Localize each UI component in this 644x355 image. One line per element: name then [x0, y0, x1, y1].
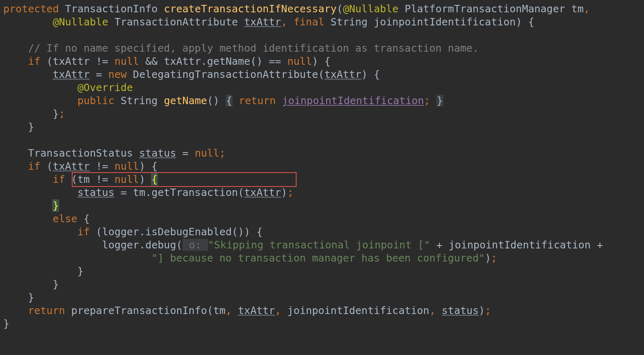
- ident-logger: logger: [102, 226, 139, 238]
- type-string: String: [331, 16, 368, 28]
- ident-joinpoint: joinpointIdentification: [449, 239, 591, 251]
- matched-brace: }: [53, 200, 59, 212]
- folded-brace: {: [226, 95, 233, 107]
- keyword-null: null: [195, 147, 219, 159]
- ident-txattr: txAttr: [244, 187, 281, 198]
- param-hint: o:: [183, 239, 208, 251]
- var-status: status: [139, 147, 176, 159]
- keyword-new: new: [108, 68, 127, 80]
- ident-txattr: txAttr: [164, 55, 201, 67]
- keyword-else: else: [53, 213, 77, 225]
- annotation-nullable: @Nullable: [53, 16, 108, 28]
- type-string: String: [121, 95, 158, 107]
- red-highlight-box: [72, 172, 297, 187]
- keyword-protected: protected: [3, 3, 59, 15]
- method-def-getname: getName: [164, 95, 207, 107]
- param-txattr: txAttr: [244, 16, 281, 28]
- string-literal: "] because no transaction manager has be…: [151, 252, 485, 264]
- ident-joinpoint: joinpointIdentification: [287, 305, 429, 316]
- keyword-public: public: [78, 95, 114, 107]
- keyword-null: null: [287, 55, 312, 67]
- call-isdebugenabled: isDebugEnabled: [145, 226, 232, 238]
- keyword-null: null: [114, 55, 139, 67]
- type-ptm: PlatformTransactionManager: [404, 3, 565, 15]
- ident-tm: tm: [133, 187, 145, 198]
- annotation-override: @Override: [78, 82, 133, 93]
- keyword-return: return: [239, 95, 276, 107]
- keyword-return: return: [28, 305, 65, 316]
- folded-brace: }: [436, 95, 443, 107]
- keyword-final: final: [293, 16, 324, 28]
- keyword-if: if: [28, 55, 40, 67]
- type-transactionstatus: TransactionStatus: [28, 147, 133, 159]
- var-status: status: [442, 305, 479, 316]
- ident-txattr: txAttr: [238, 305, 275, 316]
- keyword-null: null: [114, 160, 139, 172]
- call-debug: debug: [145, 239, 176, 251]
- code-block[interactable]: protected TransactionInfo createTransact…: [0, 0, 644, 330]
- annotation-nullable: @Nullable: [343, 3, 398, 15]
- call-getname: getName: [207, 55, 250, 67]
- keyword-if: if: [28, 160, 40, 172]
- ident-tm: tm: [213, 305, 226, 316]
- string-literal: "Skipping transactional joinpoint [": [208, 239, 430, 251]
- call-gettransaction: getTransaction: [151, 187, 238, 198]
- call-preparetransactioninfo: prepareTransactionInfo: [71, 305, 207, 316]
- param-tm: tm: [571, 3, 584, 15]
- keyword-if: if: [78, 226, 90, 238]
- ident-txattr: txAttr: [53, 160, 89, 172]
- param-joinpoint: joinpointIdentification: [374, 16, 516, 28]
- type-delegating: DelegatingTransactionAttribute: [133, 68, 318, 80]
- type-txattribute: TransactionAttribute: [114, 16, 238, 28]
- var-status: status: [78, 187, 114, 198]
- keyword-if: if: [53, 173, 65, 185]
- ident-txattr: txAttr: [53, 55, 89, 67]
- ident-joinpoint-purple: joinpointIdentification: [282, 95, 424, 107]
- ident-txattr: txAttr: [324, 68, 361, 80]
- ident-txattr: txAttr: [53, 68, 89, 80]
- method-def-create: createTransactionIfNecessary: [164, 3, 336, 15]
- comment: // If no name specified, apply method id…: [28, 42, 479, 54]
- type-transactioninfo: TransactionInfo: [65, 3, 158, 15]
- ident-logger: logger: [102, 239, 139, 251]
